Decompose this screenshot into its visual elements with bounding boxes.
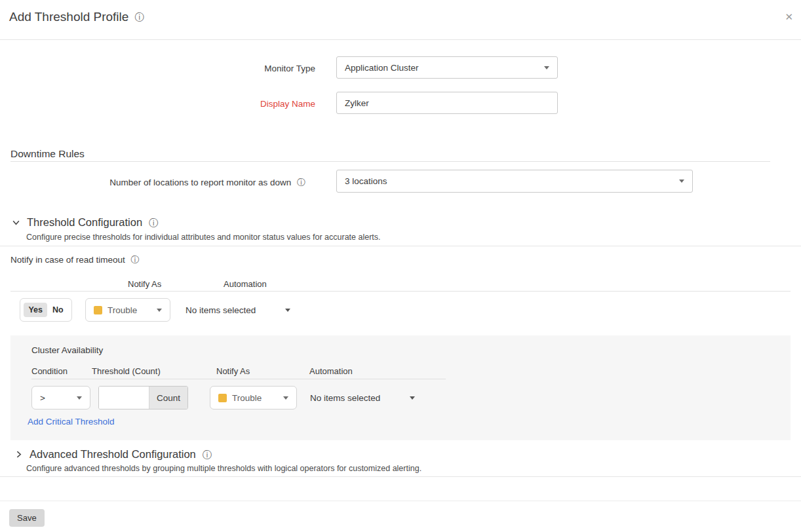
info-icon[interactable]: ⓘ — [297, 178, 305, 187]
chevron-down-icon — [285, 309, 290, 312]
read-timeout-notify-as-select[interactable]: Trouble — [85, 298, 170, 322]
notify-as-value: Trouble — [232, 393, 262, 403]
chevron-down-icon — [157, 309, 162, 312]
condition-select[interactable]: > — [31, 386, 90, 409]
divider — [0, 501, 801, 501]
read-timeout-automation-select[interactable]: No items selected — [186, 298, 290, 322]
locations-label: Number of locations to report monitor as… — [0, 178, 305, 187]
info-icon[interactable]: ⓘ — [131, 255, 140, 265]
notify-as-value: Trouble — [107, 305, 137, 315]
divider — [0, 246, 801, 246]
column-header-automation: Automation — [309, 366, 353, 376]
info-icon[interactable]: ⓘ — [203, 450, 212, 459]
threshold-configuration-subtitle: Configure precise thresholds for individ… — [26, 233, 381, 242]
automation-value: No items selected — [186, 305, 256, 315]
cluster-automation-select[interactable]: No items selected — [310, 386, 415, 409]
save-button[interactable]: Save — [9, 509, 45, 527]
chevron-down-icon — [410, 396, 415, 400]
column-header-threshold: Threshold (Count) — [92, 366, 161, 376]
divider — [10, 291, 791, 292]
chevron-down-icon — [679, 180, 684, 183]
column-header-automation: Automation — [224, 279, 267, 289]
advanced-threshold-configuration-title: Advanced Threshold Configuration — [29, 448, 196, 461]
info-icon[interactable]: ⓘ — [149, 218, 158, 227]
downtime-rules-heading: Downtime Rules — [10, 148, 85, 160]
chevron-down-icon — [544, 66, 549, 69]
trouble-status-swatch — [94, 306, 102, 314]
threshold-configuration-toggle[interactable]: Threshold Configuration ⓘ — [12, 216, 158, 229]
add-critical-threshold-link[interactable]: Add Critical Threshold — [28, 417, 115, 427]
divider — [0, 39, 801, 40]
automation-value: No items selected — [310, 393, 380, 403]
chevron-down-icon — [12, 218, 20, 227]
toggle-no-option[interactable]: No — [48, 303, 68, 317]
divider — [0, 476, 801, 477]
locations-select[interactable]: 3 locations — [336, 170, 693, 193]
locations-value: 3 locations — [345, 176, 387, 186]
chevron-down-icon — [283, 396, 288, 400]
cluster-availability-title: Cluster Availability — [31, 345, 103, 355]
locations-label-text: Number of locations to report monitor as… — [109, 178, 291, 187]
info-icon[interactable]: ⓘ — [134, 12, 144, 22]
threshold-configuration-title: Threshold Configuration — [27, 216, 142, 229]
condition-value: > — [40, 393, 45, 403]
column-header-notify-as: Notify As — [128, 279, 161, 289]
threshold-count-input[interactable] — [99, 387, 149, 409]
cluster-availability-panel: Cluster Availability Condition Threshold… — [10, 335, 791, 440]
close-icon[interactable]: ✕ — [785, 11, 793, 23]
display-name-input[interactable] — [336, 92, 558, 114]
trouble-status-swatch — [218, 394, 227, 402]
dialog-header: Add Threshold Profile ⓘ — [9, 10, 144, 24]
monitor-type-value: Application Cluster — [345, 63, 419, 73]
advanced-threshold-configuration-subtitle: Configure advanced thresholds by groupin… — [26, 464, 421, 473]
divider — [31, 379, 446, 379]
add-threshold-profile-page: Add Threshold Profile ⓘ ✕ Monitor Type A… — [0, 0, 801, 532]
chevron-right-icon — [14, 450, 23, 459]
read-timeout-toggle[interactable]: Yes No — [20, 298, 72, 322]
column-header-condition: Condition — [31, 366, 68, 376]
chevron-down-icon — [77, 396, 82, 400]
display-name-label: Display Name — [119, 99, 315, 109]
advanced-threshold-configuration-toggle[interactable]: Advanced Threshold Configuration ⓘ — [14, 448, 212, 461]
monitor-type-select[interactable]: Application Cluster — [336, 56, 558, 79]
threshold-unit-label: Count — [149, 387, 187, 409]
page-title: Add Threshold Profile — [9, 10, 128, 24]
threshold-count-group: Count — [98, 386, 188, 409]
monitor-type-label: Monitor Type — [119, 64, 315, 73]
cluster-notify-as-select[interactable]: Trouble — [210, 386, 297, 409]
read-timeout-label: Notify in case of read timeout ⓘ — [10, 255, 140, 265]
divider — [10, 161, 770, 162]
column-header-notify-as: Notify As — [216, 366, 250, 376]
read-timeout-label-text: Notify in case of read timeout — [10, 255, 125, 265]
toggle-yes-option[interactable]: Yes — [24, 303, 47, 317]
